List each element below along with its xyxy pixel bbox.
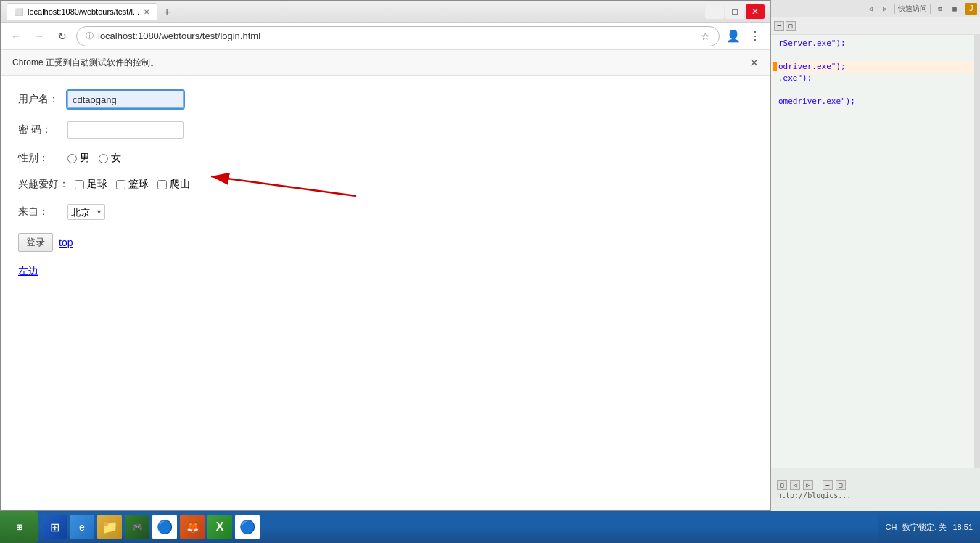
ide-bottom-btn-1[interactable]: □ [777, 480, 787, 490]
code-text-1: rServer.exe"); [778, 38, 846, 49]
hobby-basketball-checkbox[interactable] [116, 180, 125, 189]
notification-close-button[interactable]: ✕ [749, 56, 759, 70]
taskbar-icon-folder[interactable]: 📁 [97, 515, 122, 539]
ide-bottom-btn-4[interactable]: — [823, 480, 833, 490]
left-link-row: 左边 [18, 265, 753, 278]
marker-4 [773, 73, 778, 84]
ide-view-icon[interactable]: ▦ [948, 3, 961, 15]
browser-right-icons: 👤 ⋮ [724, 27, 765, 46]
orange-marker-icon [773, 62, 777, 71]
gender-female-label: 女 [111, 152, 121, 165]
code-text-4: .exe"); [778, 73, 812, 84]
hobby-climbing-option[interactable]: 爬山 [157, 178, 190, 191]
ide-panel: ◁ ▷ 快速访问 ⊞ ▦ J — □ rServer.exe"); odrive… [770, 0, 980, 511]
taskbar-ch-label: CH [885, 523, 897, 531]
login-button[interactable]: 登录 [18, 233, 53, 252]
back-button[interactable]: ← [7, 27, 25, 46]
taskbar: ⊞ ⊞ e 📁 🎮 🔵 🦊 X 🔵 CH 数字锁定: 关 18:51 [0, 511, 980, 543]
user-icon[interactable]: 👤 [724, 27, 743, 46]
ide-icon-2[interactable]: ▷ [878, 3, 892, 15]
minimize-button[interactable]: — [705, 4, 724, 19]
left-link[interactable]: 左边 [18, 265, 38, 277]
taskbar-icon-firefox[interactable]: 🦊 [180, 515, 205, 539]
browser-tab-active[interactable]: ⬜ localhost:1080/webtours/test/l... ✕ [7, 3, 157, 20]
ide-tb-2[interactable]: □ [786, 21, 796, 31]
ide-grid-icon[interactable]: ⊞ [934, 3, 947, 15]
taskbar-icons: ⊞ e 📁 🎮 🔵 🦊 X 🔵 [42, 515, 260, 539]
hobby-football-checkbox[interactable] [75, 180, 84, 189]
taskbar-lock-label: 数字锁定: 关 [902, 522, 947, 533]
ide-tb-1[interactable]: — [774, 21, 784, 31]
taskbar-icon-x[interactable]: X [207, 515, 232, 539]
origin-row: 来自： 北京 上海 广州 ▼ [18, 204, 753, 220]
marker-5 [773, 84, 778, 96]
ide-separator-2 [930, 4, 931, 14]
close-button[interactable]: ✕ [746, 4, 765, 19]
chrome2-icon: 🔵 [239, 519, 255, 535]
ide-icon-1[interactable]: ◁ [864, 3, 877, 15]
taskbar-icon-chrome[interactable]: 🔵 [152, 515, 177, 539]
tab-close-button[interactable]: ✕ [144, 8, 149, 16]
ide-bottom-btn-2[interactable]: ◁ [790, 480, 800, 490]
hobby-climbing-checkbox[interactable] [157, 180, 167, 189]
ide-bottom-btn-3[interactable]: ▷ [803, 480, 813, 490]
hobby-label: 兴趣爱好： [18, 178, 69, 191]
maximize-button[interactable]: □ [725, 4, 744, 19]
gender-female-radio[interactable] [99, 154, 108, 163]
hobby-basketball-option[interactable]: 篮球 [116, 178, 149, 191]
password-row: 密 码： [18, 121, 753, 139]
bottom-separator [818, 481, 818, 489]
forward-button[interactable]: → [30, 27, 49, 46]
start-icon: ⊞ [16, 523, 22, 532]
code-line-5 [771, 84, 980, 96]
browser-title-bar: ⬜ localhost:1080/webtours/test/l... ✕ + … [1, 1, 770, 23]
green-icon: 🎮 [132, 522, 143, 532]
origin-select[interactable]: 北京 上海 广州 [67, 204, 105, 220]
marker-3 [773, 61, 778, 73]
taskbar-icon-ie[interactable]: e [70, 515, 94, 539]
marker-8 [773, 119, 778, 131]
favicon-icon: ⬜ [15, 8, 23, 16]
gender-label: 性别： [18, 152, 62, 165]
top-link[interactable]: top [59, 237, 73, 248]
page-content: 用户名： 密 码： 性别： 男 女 兴趣爱好： [1, 76, 770, 510]
start-button[interactable]: ⊞ [0, 511, 38, 543]
marker-6 [773, 96, 778, 107]
code-text-8 [778, 119, 783, 131]
gender-male-radio[interactable] [67, 154, 77, 163]
ide-bottom-row-1: □ ◁ ▷ — □ [777, 480, 974, 490]
code-text-2 [778, 49, 783, 61]
marker-2 [773, 49, 778, 61]
taskbar-icon-chrome2[interactable]: 🔵 [235, 515, 260, 539]
chrome-notification-bar: Chrome 正受到自动测试软件的控制。 ✕ [1, 50, 770, 76]
url-actions: ☆ [701, 30, 710, 42]
firefox-icon: 🦊 [186, 521, 199, 533]
hobby-football-option[interactable]: 足球 [75, 178, 107, 191]
marker-7 [773, 107, 778, 119]
time-display: 18:51 [952, 523, 973, 531]
username-input[interactable] [67, 91, 184, 108]
refresh-button[interactable]: ↻ [53, 27, 72, 46]
password-input[interactable] [67, 121, 184, 139]
url-bar[interactable]: ⓘ localhost:1080/webtours/test/login.htm… [76, 26, 720, 46]
action-row: 登录 top [18, 233, 753, 252]
address-bar: ← → ↻ ⓘ localhost:1080/webtours/test/log… [1, 23, 770, 50]
bookmark-star-icon[interactable]: ☆ [701, 30, 710, 42]
gender-male-label: 男 [80, 152, 90, 165]
gender-female-option[interactable]: 女 [99, 152, 121, 165]
code-content: rServer.exe"); odriver.exe"); .exe"); om… [771, 35, 980, 466]
ide-scrollbar[interactable] [974, 35, 980, 468]
code-line-1: rServer.exe"); [771, 38, 980, 49]
code-line-2 [771, 49, 980, 61]
ide-bottom-btn-5[interactable]: □ [836, 480, 846, 490]
ide-toolbar-row: — □ [771, 17, 980, 35]
new-tab-button[interactable]: + [159, 4, 175, 20]
code-line-8 [771, 119, 980, 131]
menu-icon[interactable]: ⋮ [746, 27, 765, 46]
code-text-6: omedriver.exe"); [778, 96, 855, 107]
marker-1 [773, 38, 778, 49]
gender-male-option[interactable]: 男 [67, 152, 90, 165]
taskbar-icon-green[interactable]: 🎮 [125, 515, 149, 539]
taskbar-icon-windows[interactable]: ⊞ [42, 515, 67, 539]
code-line-4: .exe"); [771, 73, 980, 84]
